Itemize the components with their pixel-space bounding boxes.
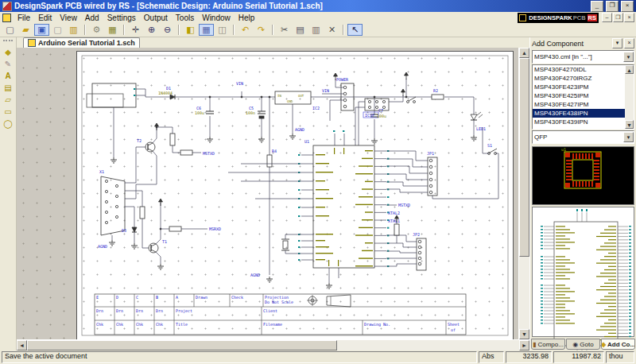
menu-item-help[interactable]: Help	[235, 14, 259, 22]
svg-text:OUT: OUT	[298, 94, 304, 98]
design-technology-button[interactable]: ⚙	[89, 24, 104, 36]
chevron-down-icon[interactable]: ▼	[623, 132, 634, 142]
new-document-button[interactable]: ▢	[2, 24, 17, 36]
svg-text:X1: X1	[99, 169, 104, 174]
design-view-button[interactable]: ◫	[215, 24, 230, 36]
horizontal-scroll-thumb[interactable]	[27, 340, 337, 350]
designspark-logo: DESIGNSPARK PCB RS	[518, 13, 599, 23]
library-button[interactable]: ▥	[66, 24, 81, 36]
add-shape-rectangle-tool[interactable]: ▤	[2, 82, 14, 94]
svg-text:AGND: AGND	[295, 127, 304, 132]
component-list-item[interactable]: MSP430F4270IDL	[533, 65, 625, 74]
menu-item-file[interactable]: File	[14, 14, 34, 22]
list-scroll-up-button[interactable]: ▲	[625, 65, 634, 74]
menu-item-window[interactable]: Window	[198, 14, 235, 22]
svg-text:C7: C7	[378, 108, 383, 113]
panel-tab-goto[interactable]: ◉Goto	[566, 339, 600, 350]
horizontal-scrollbar[interactable]: ◄ ►	[17, 339, 529, 350]
vertical-scroll-thumb[interactable]	[519, 58, 529, 257]
zoom-out-button[interactable]: ⊖	[160, 24, 175, 36]
toolbar-grip[interactable]	[3, 40, 13, 45]
package-combo[interactable]: QFP ▼	[532, 130, 634, 144]
paste-button[interactable]: ▥	[308, 24, 324, 36]
document-tab-label: Arduino Serial Tutorial 1.sch	[38, 39, 135, 47]
scroll-right-button[interactable]: ►	[519, 340, 529, 350]
logo-text: DESIGNSPARK	[529, 14, 572, 21]
save-button[interactable]: ▣	[34, 24, 49, 36]
panel-close-button[interactable]: ×	[624, 38, 634, 48]
component-list-item[interactable]: MSP430FE423IPM	[533, 83, 625, 91]
schematic-icon	[28, 39, 36, 47]
scroll-left-button[interactable]: ◄	[17, 340, 27, 350]
view-all-button[interactable]: ✛	[128, 24, 143, 36]
menu-item-add[interactable]: Add	[81, 14, 103, 22]
component-list-item[interactable]: MSP430FE438IPN	[533, 109, 625, 118]
redo-button[interactable]: ↷	[254, 24, 269, 36]
library-combo-value: MSP430.cml [in "..."]	[533, 53, 623, 60]
component-list[interactable]: MSP430F4270IDLMSP430F4270IRGZMSP430FE423…	[532, 64, 634, 130]
scroll-down-button[interactable]: ▼	[519, 329, 529, 339]
svg-text:Drn: Drn	[116, 308, 123, 313]
open-button[interactable]: ▰	[18, 24, 33, 36]
colors-button[interactable]: ◧	[183, 24, 198, 36]
minimize-button[interactable]: _	[591, 1, 603, 12]
svg-text:Drawn: Drawn	[196, 295, 207, 300]
mdi-restore-button[interactable]: ❐	[613, 13, 623, 22]
scroll-up-button[interactable]: ▲	[519, 48, 529, 58]
svg-text:T2: T2	[137, 138, 142, 143]
svg-text:100u: 100u	[195, 110, 204, 115]
svg-text:R4: R4	[272, 149, 277, 153]
add-shape-ellipse-tool[interactable]: ◯	[2, 118, 14, 130]
svg-text:R2: R2	[433, 88, 438, 93]
close-button[interactable]: ×	[621, 1, 634, 12]
panel-tab-icon: ◉	[572, 341, 578, 348]
panel-tab-addco[interactable]: ◆Add Co...	[601, 339, 635, 350]
component-list-item[interactable]: MSP430FE425IPM	[533, 91, 625, 100]
add-text-tool[interactable]: A	[2, 70, 14, 82]
component-list-item[interactable]: MSP430FE439IPN	[533, 118, 625, 126]
grid-settings-button[interactable]: ▦	[105, 24, 120, 36]
component-list-item[interactable]: MSP430F4270IRGZ	[533, 74, 625, 83]
restore-button[interactable]: ❐	[606, 1, 619, 12]
delete-button[interactable]: ✕	[324, 24, 339, 36]
svg-text:GND: GND	[287, 99, 293, 103]
component-list-item[interactable]: MSP430FE427IPM	[533, 100, 625, 109]
zoom-in-button[interactable]: ⊕	[144, 24, 159, 36]
menu-item-edit[interactable]: Edit	[34, 14, 56, 22]
close-document-button[interactable]: ▢	[50, 24, 65, 36]
add-shape-line-tool[interactable]: ▭	[2, 106, 14, 118]
logo-text-pcb: PCB	[573, 14, 586, 21]
svg-text:ICSP: ICSP	[365, 113, 374, 118]
select-button[interactable]: ↖	[347, 24, 363, 36]
add-connection-tool[interactable]: ✎	[2, 58, 14, 70]
component-list-scrollbar[interactable]: ▲ ▼	[625, 65, 634, 129]
menu-item-tools[interactable]: Tools	[172, 14, 198, 22]
add-shape-polygon-tool[interactable]: ▱	[2, 94, 14, 106]
svg-text:Sheet: Sheet	[448, 322, 460, 327]
toolbar-separator	[233, 25, 235, 35]
svg-text:IC2: IC2	[312, 106, 320, 110]
app-icon	[2, 2, 12, 11]
library-combo[interactable]: MSP430.cml [in "..."] ▼	[532, 50, 634, 64]
panel-pin-button[interactable]: ▾	[612, 38, 622, 48]
svg-text:of: of	[451, 327, 456, 332]
panel-tab-icon: ◆	[601, 341, 606, 348]
document-tab[interactable]: Arduino Serial Tutorial 1.sch	[23, 37, 140, 48]
cut-button[interactable]: ✂	[277, 24, 292, 36]
mdi-close-button[interactable]: ×	[624, 13, 634, 22]
chevron-down-icon[interactable]: ▼	[623, 52, 634, 62]
add-component-tool[interactable]: ◆	[2, 46, 14, 58]
undo-button[interactable]: ↶	[238, 24, 253, 36]
schematic-canvas[interactable]: INOUTGNDEDCBADrawnCheckProjectionDo Not …	[17, 48, 518, 339]
mdi-minimize-button[interactable]: –	[602, 13, 612, 22]
list-scroll-down-button[interactable]: ▼	[625, 120, 634, 129]
menu-item-settings[interactable]: Settings	[103, 14, 140, 22]
vertical-scrollbar[interactable]: ▲ ▼	[518, 48, 529, 339]
menu-item-output[interactable]: Output	[140, 14, 172, 22]
grid-toggle-button[interactable]: ▦	[199, 24, 214, 36]
copy-button[interactable]: ▤	[293, 24, 308, 36]
status-mode: Abs	[479, 351, 504, 363]
panel-tab-compo[interactable]: ▮Compo...	[531, 339, 565, 350]
svg-text:VIN: VIN	[236, 81, 243, 86]
menu-item-view[interactable]: View	[56, 14, 81, 22]
